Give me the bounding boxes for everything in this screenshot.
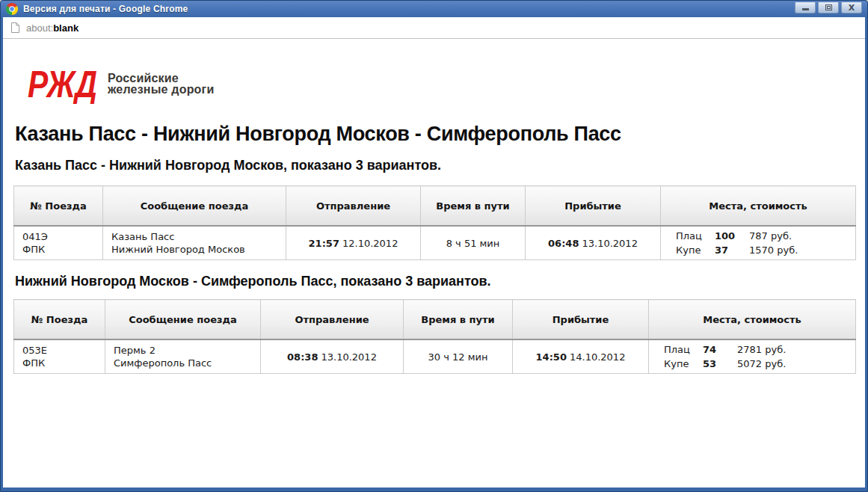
cell-seats: Плац 74 2781 руб. Купе 53 5072 руб. bbox=[649, 339, 856, 374]
col-route: Сообщение поезда bbox=[103, 186, 286, 227]
arrival-date: 13.10.2012 bbox=[582, 238, 637, 249]
seat-price: 1570 руб. bbox=[749, 243, 855, 257]
seat-type: Плац bbox=[676, 229, 715, 243]
rzd-logo-line2: железные дороги bbox=[108, 84, 214, 95]
col-seats-price: Места, стоимость bbox=[649, 300, 856, 340]
minimize-icon bbox=[802, 8, 809, 10]
maximize-button[interactable] bbox=[818, 2, 839, 13]
train-number: 041Э bbox=[22, 230, 102, 243]
chrome-icon bbox=[6, 3, 18, 15]
col-duration: Время в пути bbox=[421, 186, 526, 227]
seats-grid: Плац 74 2781 руб. Купе 53 5072 руб. bbox=[650, 342, 855, 371]
seat-count: 37 bbox=[715, 243, 749, 257]
cell-seats: Плац 100 787 руб. Купе 37 1570 руб. bbox=[661, 226, 856, 260]
page-icon bbox=[10, 22, 20, 34]
table-header-row: № Поезда Сообщение поезда Отправление Вр… bbox=[14, 186, 856, 227]
page-title: Казань Пасс - Нижний Новгород Москов - С… bbox=[15, 123, 855, 144]
train-number: 053Е bbox=[22, 344, 104, 357]
col-train-no: № Поезда bbox=[14, 300, 105, 340]
window-title: Версия для печати - Google Chrome bbox=[23, 4, 789, 14]
cell-departure: 08:3813.10.2012 bbox=[261, 339, 404, 374]
rzd-logo: РЖД Российские железные дороги bbox=[27, 64, 855, 104]
route-to: Симферополь Пасс bbox=[114, 357, 259, 369]
cell-route: Казань Пасс Нижний Новгород Москов bbox=[103, 226, 286, 260]
train-carrier: ФПК bbox=[22, 243, 102, 256]
rzd-logo-mark: РЖД bbox=[27, 64, 99, 104]
col-duration: Время в пути bbox=[404, 300, 513, 340]
seats-grid: Плац 100 787 руб. Купе 37 1570 руб. bbox=[662, 229, 855, 257]
seat-type: Купе bbox=[664, 357, 703, 371]
col-train-no: № Поезда bbox=[14, 186, 103, 227]
close-button[interactable]: X bbox=[841, 2, 862, 13]
col-departure: Отправление bbox=[261, 300, 404, 340]
train-carrier: ФПК bbox=[22, 357, 104, 369]
seat-price: 2781 руб. bbox=[737, 342, 855, 357]
table-row: 041Э ФПК Казань Пасс Нижний Новгород Мос… bbox=[14, 226, 856, 260]
svg-text:РЖД: РЖД bbox=[28, 64, 97, 104]
address-bar[interactable]: about:blank bbox=[3, 17, 865, 39]
cell-train-no: 053Е ФПК bbox=[14, 339, 105, 374]
cell-route: Пермь 2 Симферополь Пасс bbox=[105, 339, 261, 374]
cell-arrival: 06:4813.10.2012 bbox=[526, 226, 661, 260]
rzd-logo-line1: Российские bbox=[108, 73, 214, 84]
seat-count: 74 bbox=[703, 342, 737, 357]
col-route: Сообщение поезда bbox=[105, 300, 261, 340]
cell-train-no: 041Э ФПК bbox=[14, 226, 103, 260]
table-header-row: № Поезда Сообщение поезда Отправление Вр… bbox=[14, 300, 856, 340]
window-controls: X bbox=[795, 2, 862, 13]
seat-count: 53 bbox=[703, 357, 737, 371]
departure-date: 13.10.2012 bbox=[321, 351, 376, 363]
url-scheme: about: bbox=[26, 22, 53, 34]
seat-count: 100 bbox=[715, 229, 749, 243]
departure-time: 08:38 bbox=[287, 351, 318, 363]
departure-date: 12.10.2012 bbox=[342, 238, 398, 249]
route-from: Казань Пасс bbox=[111, 230, 285, 243]
route-to: Нижний Новгород Москов bbox=[111, 243, 285, 256]
seat-price: 5072 руб. bbox=[737, 357, 855, 371]
arrival-time: 14:50 bbox=[536, 351, 567, 363]
col-departure: Отправление bbox=[286, 186, 421, 227]
page-content: РЖД Российские железные дороги Казань Па… bbox=[3, 39, 865, 488]
col-arrival: Прибытие bbox=[526, 186, 661, 227]
arrival-date: 14.10.2012 bbox=[570, 351, 625, 363]
cell-departure: 21:5712.10.2012 bbox=[286, 226, 421, 260]
window-titlebar[interactable]: Версия для печати - Google Chrome X bbox=[1, 1, 867, 17]
cell-duration: 30 ч 12 мин bbox=[404, 339, 513, 374]
maximize-icon bbox=[825, 4, 832, 10]
browser-body: about:blank РЖД Российские железные доро… bbox=[3, 17, 865, 488]
cell-arrival: 14:5014.10.2012 bbox=[513, 339, 649, 374]
trains-table-1: № Поезда Сообщение поезда Отправление Вр… bbox=[13, 185, 856, 260]
url-text: about:blank bbox=[26, 22, 79, 34]
cell-duration: 8 ч 51 мин bbox=[421, 226, 526, 260]
trains-table-2: № Поезда Сообщение поезда Отправление Вр… bbox=[13, 299, 856, 374]
section-heading-2: Нижний Новгород Москов - Симферополь Пас… bbox=[15, 274, 855, 289]
minimize-button[interactable] bbox=[795, 2, 816, 13]
seat-price: 787 руб. bbox=[749, 229, 855, 243]
route-from: Пермь 2 bbox=[114, 344, 259, 357]
departure-time: 21:57 bbox=[309, 238, 339, 249]
col-arrival: Прибытие bbox=[513, 300, 649, 340]
col-seats-price: Места, стоимость bbox=[661, 186, 856, 227]
seat-type: Плац bbox=[664, 342, 703, 357]
arrival-time: 06:48 bbox=[548, 238, 579, 249]
url-path: blank bbox=[53, 22, 79, 34]
section-heading-1: Казань Пасс - Нижний Новгород Москов, по… bbox=[15, 159, 855, 173]
browser-window: Версия для печати - Google Chrome X abou… bbox=[0, 0, 868, 492]
close-icon: X bbox=[849, 4, 855, 12]
seat-type: Купе bbox=[676, 243, 715, 257]
rzd-logo-text: Российские железные дороги bbox=[108, 73, 214, 95]
table-row: 053Е ФПК Пермь 2 Симферополь Пасс 08:381… bbox=[14, 339, 856, 374]
